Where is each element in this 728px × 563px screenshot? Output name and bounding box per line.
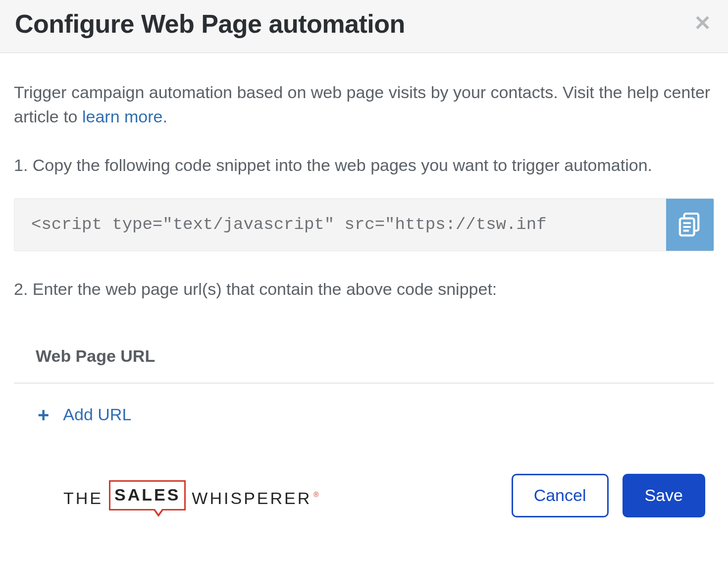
footer-row: THE SALES WHISPERER ® Cancel Save	[14, 429, 714, 517]
logo-part-whisperer: WHISPERER	[192, 486, 312, 510]
code-snippet-text: <script type="text/javascript" src="http…	[14, 199, 666, 251]
add-url-label: Add URL	[63, 402, 131, 427]
brand-logo: THE SALES WHISPERER ®	[63, 480, 321, 510]
intro-paragraph: Trigger campaign automation based on web…	[14, 80, 714, 129]
logo-text: THE SALES WHISPERER ®	[63, 480, 321, 510]
copy-icon	[678, 213, 701, 237]
cancel-button[interactable]: Cancel	[512, 474, 609, 517]
close-button[interactable]: ✕	[694, 9, 713, 34]
copy-code-button[interactable]	[666, 199, 714, 251]
add-url-button[interactable]: + Add URL	[14, 384, 714, 429]
modal-body: Trigger campaign automation based on web…	[0, 53, 728, 527]
logo-part-sales: SALES	[109, 480, 186, 510]
save-button[interactable]: Save	[623, 474, 706, 517]
modal-header: Configure Web Page automation ✕	[0, 0, 728, 53]
web-page-url-heading: Web Page URL	[14, 322, 714, 383]
learn-more-link[interactable]: learn more.	[82, 107, 167, 126]
logo-part-the: THE	[63, 486, 103, 510]
close-icon: ✕	[694, 11, 711, 35]
step-2-text: 2. Enter the web page url(s) that contai…	[14, 277, 714, 301]
registered-mark-icon: ®	[313, 490, 320, 500]
plus-icon: +	[38, 400, 49, 429]
step-1-text: 1. Copy the following code snippet into …	[14, 153, 714, 177]
modal-title: Configure Web Page automation	[15, 9, 405, 39]
action-buttons: Cancel Save	[512, 474, 705, 517]
code-snippet-box: <script type="text/javascript" src="http…	[14, 198, 714, 251]
